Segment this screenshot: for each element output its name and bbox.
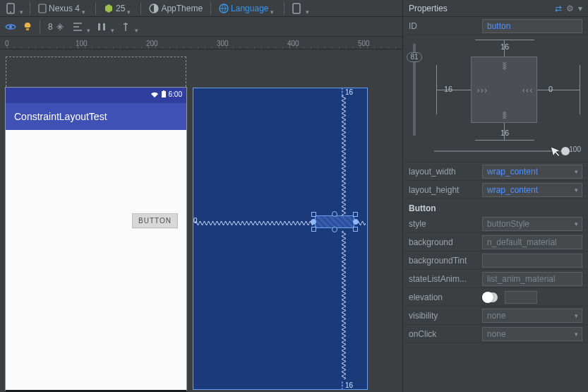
statelistanimator-label: stateListAnim... [409,274,478,284]
resize-handle-sw[interactable] [311,227,316,232]
lightbulb-icon[interactable] [20,19,35,35]
resize-handle-ne[interactable] [353,212,358,217]
phone-variant-icon[interactable] [289,1,304,16]
language-name: Language [231,4,268,13]
elevation-toggle[interactable] [482,292,498,302]
prop-style: style buttonStyle [403,215,588,233]
layout-height-field[interactable]: wrap_content [482,183,582,197]
blueprint-button[interactable] [315,215,354,228]
prop-visibility: visibility none [403,307,588,325]
vertical-bias-thumb[interactable]: 81 [407,52,422,62]
prop-elevation: elevation [403,288,588,307]
cw-right-line [537,90,580,90]
horizontal-bias-value: 100 [569,145,581,153]
cw-bot-num[interactable]: 16 [500,129,509,137]
chevron-down-icon [127,6,133,11]
section-button: Button [403,199,588,215]
backgroundtint-label: backgroundTint [409,256,478,266]
cw-top-num[interactable]: 16 [500,42,509,51]
theme-selector[interactable]: AppTheme [145,1,206,16]
constraint-anchor-bottom[interactable] [332,227,337,232]
battery-icon [161,90,167,98]
elevation-field[interactable] [505,291,537,304]
svg-rect-12 [163,90,164,91]
properties-header: Properties ⇄ ⚙ ▾ [403,0,588,17]
design-workspace: 6:00 ConstraintLayoutTest BUTTON 16 [0,49,402,392]
bp-top-spring [342,95,346,215]
layout-width-label: layout_width [409,167,478,177]
constraint-widget[interactable]: 81 »» «« ››› ‹‹‹ 16 16 0 16 100 [403,35,588,162]
gear-icon[interactable]: ⚙ [566,4,574,13]
svg-rect-5 [293,4,300,13]
device-name: Nexus 4 [49,4,80,13]
bp-top-margin: 16 [345,88,353,96]
bp-left-spring [195,221,316,225]
align-icon[interactable] [70,19,85,35]
status-bar: 6:00 [6,88,186,103]
layout-width-field[interactable]: wrap_content [482,165,582,179]
layout-height-label: layout_height [409,185,478,195]
cw-left-num[interactable]: 16 [444,85,452,93]
default-margin[interactable]: 8 [44,19,68,35]
eye-icon[interactable] [3,19,18,35]
prop-id-row: ID button [403,17,588,35]
svg-rect-9 [103,23,105,30]
properties-panel: Properties ⇄ ⚙ ▾ ID button 81 »» «« ››› … [402,0,588,392]
chevron-down-icon[interactable] [135,25,140,29]
resize-handle-se[interactable] [353,227,358,232]
statelistanimator-field[interactable]: list_anim_material [482,272,582,286]
api-selector[interactable]: 25 [100,1,136,16]
constraint-anchor-right[interactable] [353,219,359,225]
wifi-icon [150,91,159,98]
svg-point-6 [9,25,12,28]
elevation-label: elevation [409,292,478,302]
bp-left-margin: 0 [193,217,198,225]
background-field[interactable]: n_default_material [482,235,582,249]
button-widget[interactable]: BUTTON [132,213,178,228]
phone-portrait-icon[interactable] [3,1,18,16]
cw-left-line [436,90,471,90]
default-margin-value: 8 [48,22,53,32]
chevron-down-icon[interactable] [111,25,116,29]
properties-title: Properties [409,4,448,13]
visibility-field[interactable]: none [482,309,582,323]
prop-onclick: onClick none [403,325,588,343]
chevron-down-icon[interactable] [306,6,311,11]
app-bar: ConstraintLayoutTest [6,103,186,130]
bp-bottom-margin: 16 [345,381,353,389]
theme-name: AppTheme [161,4,203,13]
constraint-anchor-left[interactable] [311,219,316,225]
prop-layout-width: layout_width wrap_content [403,162,588,181]
constraint-anchor-top[interactable] [332,211,337,217]
svg-rect-2 [39,4,46,13]
vertical-bias-slider[interactable]: 81 [413,44,416,136]
device-selector[interactable]: Nexus 4 [35,1,91,16]
chevron-down-icon [82,6,88,11]
guideline-icon[interactable] [118,19,133,35]
resize-handle-nw[interactable] [311,212,316,217]
svg-rect-11 [162,91,166,97]
backgroundtint-field[interactable] [482,254,582,268]
onclick-field[interactable]: none [482,327,582,341]
background-label: background [409,237,478,247]
id-field[interactable]: button [482,19,582,33]
status-time: 6:00 [169,90,182,98]
design-surface[interactable]: BUTTON [6,130,186,390]
horizontal-bias-thumb[interactable] [561,147,570,155]
language-selector[interactable]: Language [215,1,280,16]
swap-icon[interactable]: ⇄ [555,4,562,13]
svg-rect-8 [98,23,100,30]
constraint-view-box[interactable]: »» «« ››› ‹‹‹ [471,57,537,123]
api-level: 25 [116,4,125,13]
cw-right-num[interactable]: 0 [548,85,553,93]
blueprint-preview[interactable]: 16 0 16 [193,88,368,390]
design-preview[interactable]: 6:00 ConstraintLayoutTest BUTTON [6,88,186,390]
style-field[interactable]: buttonStyle [482,217,582,231]
chevron-down-icon [270,6,276,11]
pack-icon[interactable] [94,19,109,35]
chevron-down-icon[interactable] [87,25,92,29]
id-label: ID [409,21,478,31]
chevron-down-icon[interactable] [20,6,25,11]
app-title: ConstraintLayoutTest [14,111,107,122]
chevron-down-icon[interactable]: ▾ [578,4,582,13]
